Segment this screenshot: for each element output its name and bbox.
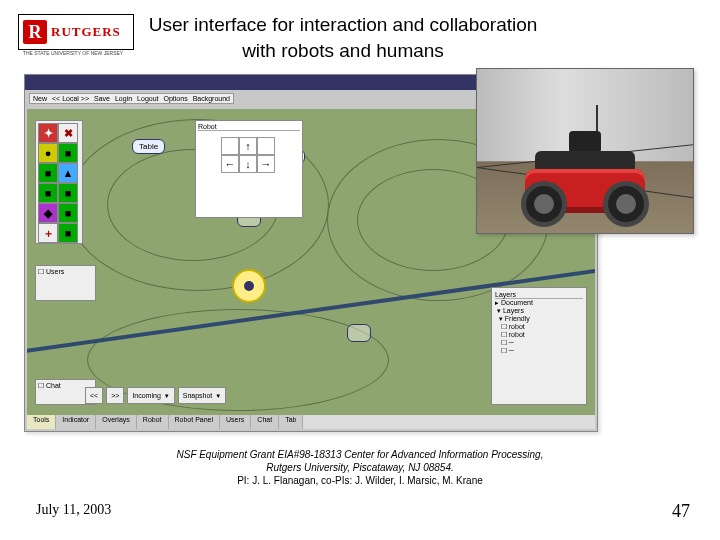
menu-login[interactable]: Login bbox=[115, 95, 132, 102]
tool-plus-icon[interactable]: ＋ bbox=[38, 223, 58, 243]
tool-icon[interactable]: ■ bbox=[58, 203, 78, 223]
snapshot-dropdown[interactable]: Snapshot▼ bbox=[178, 387, 227, 404]
menu-options[interactable]: Options bbox=[164, 95, 188, 102]
logo-subtext: THE STATE UNIVERSITY OF NEW JERSEY bbox=[18, 50, 128, 56]
layer-item[interactable]: ▸ Document bbox=[495, 299, 583, 307]
layers-panel[interactable]: Layers ▸ Document ▾ Layers ▾ Friendly ☐ … bbox=[491, 287, 587, 405]
arrow-left-button[interactable]: ← bbox=[221, 155, 239, 173]
slide-date: July 11, 2003 bbox=[36, 502, 111, 518]
nav-next-button[interactable]: >> bbox=[106, 387, 124, 404]
layer-item[interactable]: ☐ robot bbox=[495, 331, 583, 339]
layer-item[interactable]: ☐ ─ bbox=[495, 347, 583, 355]
menu-local[interactable]: << Local >> bbox=[52, 95, 89, 102]
tool-icon[interactable]: ■ bbox=[58, 183, 78, 203]
tab-chat[interactable]: Chat bbox=[251, 415, 279, 429]
slide-number: 47 bbox=[672, 501, 690, 522]
layer-item[interactable]: ▾ Layers bbox=[495, 307, 583, 315]
tool-icon[interactable]: ● bbox=[38, 143, 58, 163]
tab-robot-panel[interactable]: Robot Panel bbox=[169, 415, 221, 429]
tool-icon[interactable]: ■ bbox=[58, 143, 78, 163]
slide-title: User interface for interaction and colla… bbox=[148, 12, 538, 64]
incoming-dropdown[interactable]: Incoming▼ bbox=[127, 387, 174, 404]
nav-prev-button[interactable]: << bbox=[85, 387, 103, 404]
antenna-icon bbox=[596, 105, 598, 133]
tool-icon[interactable]: ▲ bbox=[58, 163, 78, 183]
sensor-icon bbox=[569, 131, 601, 153]
tab-extra[interactable]: Tab bbox=[279, 415, 303, 429]
tool-icon[interactable]: ■ bbox=[38, 163, 58, 183]
tool-icon[interactable]: ■ bbox=[58, 223, 78, 243]
menubar[interactable]: New << Local >> Save Login Logout Option… bbox=[29, 93, 234, 104]
menu-save[interactable]: Save bbox=[94, 95, 110, 102]
tool-delete-icon[interactable]: ✖ bbox=[58, 123, 78, 143]
grant-footer: NSF Equipment Grant EIA#98-18313 Center … bbox=[0, 448, 720, 487]
robot-control-panel: Robot ↑ ← ↓ → bbox=[195, 120, 303, 218]
menu-background[interactable]: Background bbox=[193, 95, 230, 102]
arrow-right-button[interactable]: → bbox=[257, 155, 275, 173]
tab-users[interactable]: Users bbox=[220, 415, 251, 429]
layers-title: Layers bbox=[495, 291, 583, 299]
robot-panel-title: Robot bbox=[198, 123, 300, 131]
logo-r-icon: R bbox=[23, 20, 47, 44]
tab-robot[interactable]: Robot bbox=[137, 415, 169, 429]
label-table: Table bbox=[132, 139, 165, 154]
map-marker[interactable] bbox=[347, 324, 371, 342]
rutgers-logo: R RUTGERS bbox=[18, 14, 134, 50]
layer-item[interactable]: ▾ Friendly bbox=[495, 315, 583, 323]
tab-indicator[interactable]: Indicator bbox=[56, 415, 96, 429]
users-label: Users bbox=[46, 268, 64, 275]
chat-label: Chat bbox=[46, 382, 61, 389]
logo-text: RUTGERS bbox=[51, 24, 121, 40]
robot-marker[interactable] bbox=[232, 269, 266, 303]
pi-line: PI: J. L. Flanagan, co-PIs: J. Wilder, I… bbox=[237, 475, 483, 486]
wheel-icon bbox=[603, 181, 649, 227]
arrow-up-button[interactable]: ↑ bbox=[239, 137, 257, 155]
users-panel[interactable]: ☐ Users bbox=[35, 265, 96, 301]
tool-icon[interactable]: ■ bbox=[38, 183, 58, 203]
layer-item[interactable]: ☐ ─ bbox=[495, 339, 583, 347]
bottom-bar: << >> Incoming▼ Snapshot▼ bbox=[85, 387, 487, 405]
tab-tools[interactable]: Tools bbox=[27, 415, 56, 429]
layer-item[interactable]: ☐ robot bbox=[495, 323, 583, 331]
tool-icon[interactable]: ◆ bbox=[38, 203, 58, 223]
arrow-down-button[interactable]: ↓ bbox=[239, 155, 257, 173]
wheel-icon bbox=[521, 181, 567, 227]
tool-icon[interactable]: ✦ bbox=[38, 123, 58, 143]
tab-bar: Tools Indicator Overlays Robot Robot Pan… bbox=[27, 415, 595, 429]
menu-new[interactable]: New bbox=[33, 95, 47, 102]
tab-overlays[interactable]: Overlays bbox=[96, 415, 137, 429]
robot-photo bbox=[476, 68, 694, 234]
menu-logout[interactable]: Logout bbox=[137, 95, 158, 102]
tool-palette[interactable]: ✦ ✖ ● ■ ■ ▲ ■ ■ ◆ ■ ＋ ■ bbox=[35, 120, 83, 244]
